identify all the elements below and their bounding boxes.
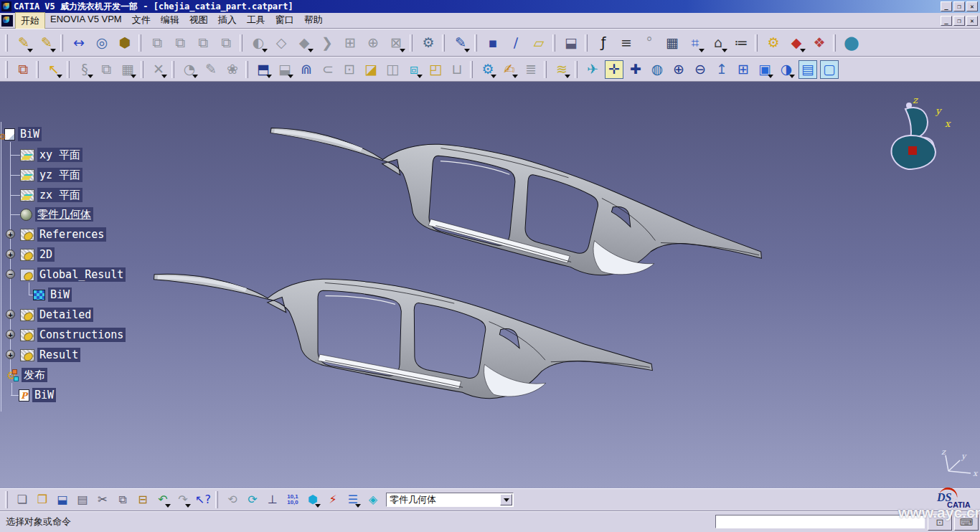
mdi-restore-button[interactable]: ❐ — [953, 16, 965, 26]
catalog-4-button[interactable]: ⧉ — [216, 33, 236, 53]
gear-globe-button[interactable]: ⚙ — [479, 60, 497, 79]
unfold-button[interactable]: ◰ — [426, 60, 445, 79]
tree-item-detailed-label[interactable]: Detailed — [37, 308, 93, 322]
mdi-minimize-button[interactable]: _ — [941, 16, 952, 26]
dropdown-arrow-icon[interactable] — [800, 49, 806, 52]
copy-button[interactable]: ⧉ — [114, 491, 131, 508]
catalog-3-button[interactable]: ⧉ — [193, 33, 213, 53]
dropdown-arrow-icon[interactable] — [27, 49, 33, 52]
undo-button[interactable]: ↶ — [154, 491, 171, 508]
menu-item-enovia-v5-vpm[interactable]: ENOVIA V5 VPM — [45, 12, 127, 29]
zoom-out-button[interactable]: ⊖ — [691, 60, 710, 79]
view-mode-button[interactable]: ▤ — [798, 60, 817, 79]
snap-coordinates-button[interactable]: 10,110,0 — [284, 491, 301, 508]
dropdown-arrow-icon[interactable] — [355, 504, 361, 508]
body-side-frame-rear[interactable] — [258, 120, 771, 297]
rule-button[interactable]: ≔ — [731, 33, 751, 53]
catalog-gears-button[interactable]: ⚙ — [763, 33, 783, 53]
update-button[interactable]: ⚡ — [324, 491, 341, 508]
paste-button[interactable]: ⊟ — [134, 491, 151, 508]
rib-button[interactable]: ⊂ — [319, 60, 337, 79]
menu-item-文件[interactable]: 文件 — [127, 12, 156, 29]
measure-item-button[interactable]: ◎ — [92, 33, 112, 53]
loft-button[interactable]: ⊔ — [448, 60, 466, 79]
dropdown-arrow-icon[interactable] — [50, 49, 56, 52]
tree-item-biw-root-label[interactable]: BiW — [18, 127, 42, 141]
dropdown-arrow-icon[interactable] — [88, 75, 93, 78]
menu-item-start[interactable]: 开始 — [15, 12, 45, 29]
mdi-close-button[interactable]: ✕ — [966, 16, 978, 26]
surface-project-button[interactable]: ⊞ — [340, 33, 360, 53]
body-side-frame-front[interactable] — [147, 267, 657, 410]
dropdown-arrow-icon[interactable] — [699, 49, 705, 52]
restore-button[interactable]: ❐ — [953, 1, 965, 11]
tree-item-publication-biw[interactable]: PBiW — [19, 388, 56, 402]
dropdown-arrow-icon[interactable] — [262, 49, 268, 52]
fit-all-button[interactable]: ✛ — [605, 60, 623, 79]
redo-button[interactable]: ↷ — [174, 491, 192, 508]
minimize-button[interactable]: _ — [941, 1, 952, 11]
paste-special-button[interactable]: ⬓ — [561, 33, 581, 53]
view-compass[interactable]: z y x — [892, 95, 951, 169]
part-red-button[interactable]: ◆ — [786, 33, 806, 53]
view-mode-2-button[interactable]: ▢ — [820, 60, 839, 79]
toolbar-grip[interactable] — [5, 34, 8, 52]
insert-body-button[interactable]: ⬢ — [304, 491, 321, 508]
tree-item-global-result-biw-label[interactable]: BiW — [48, 288, 72, 302]
dropdown-arrow-icon[interactable] — [308, 49, 314, 52]
command-input[interactable] — [715, 515, 925, 528]
refresh-link-button[interactable]: ⟲ — [224, 491, 241, 508]
toolbar-grip[interactable] — [5, 491, 8, 508]
cut-button[interactable]: ✂ — [94, 491, 111, 508]
dropdown-arrow-icon[interactable] — [315, 504, 321, 508]
print-button[interactable]: ▤ — [74, 491, 91, 508]
surface-extract-button[interactable]: ◐ — [248, 33, 268, 53]
catalog-browser-button[interactable]: ⟳ — [244, 491, 261, 508]
surface-boundary-button[interactable]: ❯ — [317, 33, 337, 53]
constraint-circles-button[interactable]: ⬤ — [842, 33, 862, 53]
tree-item-yz-plane-label[interactable]: yz 平面 — [37, 168, 83, 182]
tree-item-constructions-label[interactable]: Constructions — [37, 328, 126, 342]
iso-view-button[interactable]: ▣ — [755, 60, 774, 79]
save-button[interactable]: ⬓ — [54, 491, 71, 508]
compass-privileged-plane[interactable] — [908, 146, 917, 155]
tree-item-zx-plane[interactable]: zx 平面 — [20, 188, 83, 202]
select-arrow-button[interactable]: ↖ — [44, 60, 63, 79]
relations-button[interactable]: ⌗ — [685, 33, 705, 53]
multi-section-button[interactable]: ⋒ — [297, 60, 316, 79]
dropdown-arrow-icon[interactable] — [789, 75, 795, 78]
sketcher-button[interactable]: ✎ — [451, 33, 471, 53]
point-button[interactable]: ▪ — [483, 33, 503, 53]
new-document-button[interactable]: ❏ — [14, 491, 31, 508]
structure-list-button[interactable]: ☰ — [344, 491, 362, 508]
dropdown-arrow-icon[interactable] — [185, 504, 191, 508]
catalog-1-button[interactable]: ⧉ — [147, 33, 167, 53]
tree-item-2d-label[interactable]: 2D — [37, 247, 55, 262]
helix-button[interactable]: § — [75, 60, 94, 79]
tree-item-yz-plane[interactable]: yz 平面 — [20, 168, 83, 182]
menu-item-帮助[interactable]: 帮助 — [299, 12, 328, 29]
tree-item-partbody[interactable]: 零件几何体 — [20, 207, 93, 222]
expand-toggle[interactable]: + — [6, 330, 15, 339]
menu-item-窗口[interactable]: 窗口 — [270, 12, 299, 29]
tree-item-references-label[interactable]: References — [37, 227, 106, 242]
dropdown-arrow-icon[interactable] — [192, 75, 198, 78]
tree-item-detailed[interactable]: Detailed — [20, 308, 93, 322]
close-surface-button[interactable]: ⧈ — [405, 60, 423, 79]
tree-item-biw-root[interactable]: BiW — [4, 127, 42, 141]
status-tool-button-1[interactable]: ⊡ — [928, 514, 952, 531]
extrude-button[interactable]: ⬒ — [254, 60, 273, 79]
part-multi-button[interactable]: ❖ — [809, 33, 829, 53]
line-button[interactable]: ∕ — [506, 33, 526, 53]
tree-item-zx-plane-label[interactable]: zx 平面 — [37, 188, 83, 202]
ergonomics-button[interactable]: ✍ — [500, 60, 519, 79]
surface-intersect-button[interactable]: ⊕ — [363, 33, 383, 53]
design-table-button[interactable]: ▦ — [662, 33, 682, 53]
tree-item-result-label[interactable]: Result — [37, 348, 80, 362]
dropdown-arrow-icon[interactable] — [722, 49, 727, 52]
tree-item-result[interactable]: Result — [20, 348, 80, 362]
surface-split-button[interactable]: ◇ — [271, 33, 291, 53]
close-button[interactable]: ✕ — [966, 1, 978, 11]
active-body-combobox[interactable]: 零件几何体 — [386, 493, 514, 507]
fold-button[interactable]: ◫ — [383, 60, 402, 79]
